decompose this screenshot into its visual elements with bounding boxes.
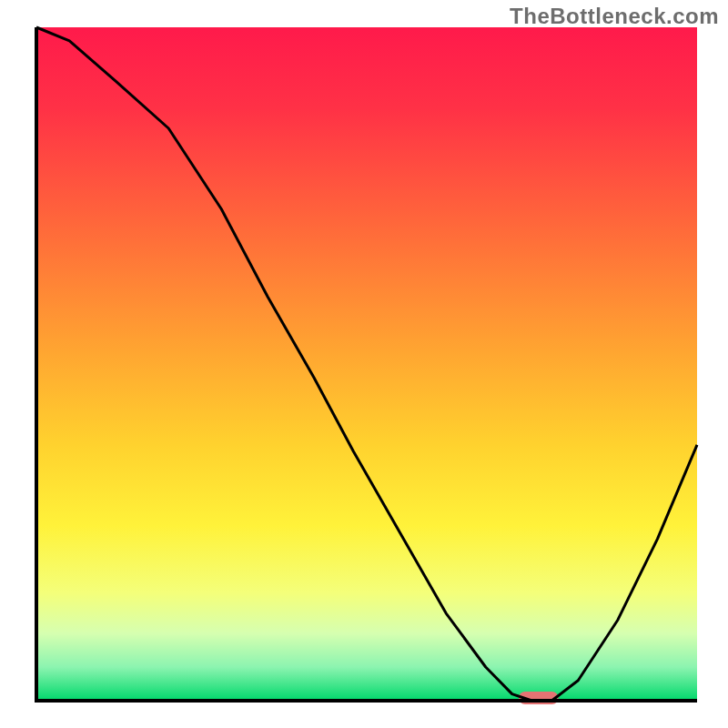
- watermark-text: TheBottleneck.com: [510, 4, 719, 29]
- bottleneck-chart: TheBottleneck.com: [0, 0, 728, 728]
- plot-background: [36, 27, 697, 701]
- chart-svg: [0, 0, 728, 728]
